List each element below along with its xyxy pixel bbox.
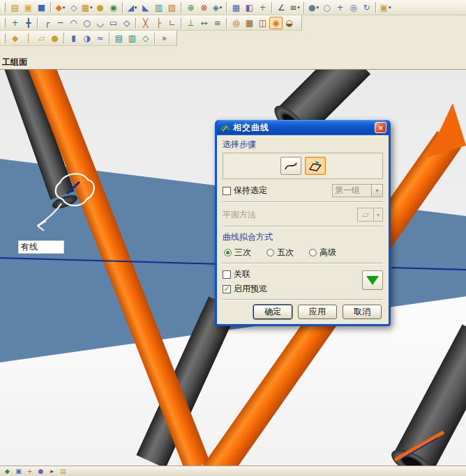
select-second-face-step-button[interactable] (305, 157, 326, 175)
subtract-button[interactable]: ⊗ (197, 1, 211, 14)
more-tools-button[interactable]: » (158, 32, 171, 45)
intersection-curve-left[interactable] (0, 258, 223, 264)
apply-button[interactable]: 应用 (298, 305, 337, 319)
dropdown-caret-icon[interactable]: ▾ (316, 5, 319, 10)
measure-button[interactable]: ∠ (275, 1, 288, 14)
circle-button[interactable]: ○ (80, 17, 93, 29)
profile-button[interactable]: ┌ (40, 17, 54, 29)
make-corner-button[interactable]: ∟ (165, 17, 179, 29)
auto-constrain-button[interactable]: ≡ (211, 17, 224, 29)
dropdown-caret-icon[interactable]: ▾ (135, 5, 137, 10)
plane-method-dropdown[interactable]: ▾ (374, 208, 383, 222)
annotation-label[interactable]: 有线 (19, 241, 63, 253)
radio-option-2[interactable]: 高级 (309, 247, 336, 259)
dialog-titlebar[interactable]: 相交曲线 × (217, 120, 389, 135)
checkbox-icon[interactable] (223, 270, 231, 279)
dropdown-caret-icon[interactable]: ▾ (389, 5, 391, 10)
keep-selected-checkbox[interactable]: 保持选定 (223, 185, 267, 197)
datum-axis-button[interactable]: │ (22, 32, 35, 45)
revolve-button[interactable]: ● (93, 1, 107, 14)
dropdown-caret-icon[interactable]: ▾ (90, 5, 93, 10)
pattern-feature-button[interactable]: ▦ (230, 1, 243, 14)
radio-circle-icon[interactable] (309, 249, 317, 256)
datum-plane-button[interactable]: ◇ (67, 1, 80, 14)
close-button[interactable]: × (375, 122, 386, 133)
arc-button[interactable]: ◠ (67, 17, 80, 29)
sketch-button[interactable]: ◆▾ (54, 1, 67, 14)
hole-button[interactable]: ◉ (107, 1, 120, 14)
group-select[interactable]: 第一组 ▾ (332, 184, 383, 197)
radio-circle-icon[interactable] (224, 249, 232, 256)
taskbar-start-button[interactable]: ◆ (2, 467, 13, 476)
checkbox-icon[interactable] (223, 187, 231, 195)
taskbar-tool-2-button[interactable]: ● (36, 467, 46, 476)
intersect-icon: ◈ (213, 3, 219, 12)
move-object-button[interactable]: + (256, 1, 269, 14)
new-file-button[interactable]: ▤ (8, 1, 22, 14)
dimensions-button[interactable]: ↔ (197, 17, 211, 29)
polygon-button[interactable]: ◇ (120, 17, 133, 29)
save-file-button[interactable]: ■ (35, 1, 48, 14)
project-curve-button[interactable]: ◒ (283, 17, 296, 29)
combo-dropdown-button[interactable]: ▾ (371, 185, 382, 197)
radio-option-0[interactable]: 三次 (224, 247, 251, 259)
checkbox-icon[interactable]: ✓ (223, 285, 231, 293)
mirror-feature-button[interactable]: ◧ (243, 1, 256, 14)
window-button[interactable]: ▣▾ (379, 1, 392, 14)
wireframe-view-button[interactable]: ○ (320, 1, 333, 14)
unite-button[interactable]: ⊕ (184, 1, 197, 14)
cancel-button[interactable]: 取消 (343, 305, 382, 319)
extrude-tool-button[interactable]: ▮ (67, 32, 80, 45)
constraints-button[interactable]: ⊥ (184, 17, 197, 29)
edge-blend-button[interactable]: ◢▾ (126, 1, 139, 14)
enable-preview-checkbox[interactable]: ✓ 启用预览 (223, 283, 267, 295)
radio-circle-icon[interactable] (266, 249, 274, 256)
dropdown-caret-icon[interactable]: ▾ (63, 5, 66, 10)
point-button[interactable]: + (8, 17, 22, 29)
quick-trim-button[interactable]: ╳ (139, 17, 152, 29)
taskbar-doc-button[interactable]: ▣ (13, 467, 24, 476)
datum-plane-tool-button[interactable]: ▱ (35, 32, 48, 45)
ruled-surface-button[interactable]: ▥ (126, 32, 139, 45)
revolve-tool-button[interactable]: ◑ (80, 32, 93, 45)
quick-extend-button[interactable]: ├ (152, 17, 165, 29)
intersect-button[interactable]: ◈▾ (211, 1, 224, 14)
dropdown-caret-icon[interactable]: ▾ (220, 5, 223, 10)
intersection-curve-button[interactable]: ◉ (269, 17, 283, 29)
mirror-curve-button[interactable]: ◫ (256, 17, 269, 29)
select-first-face-step-button[interactable] (280, 157, 301, 175)
datum-csys-button[interactable]: ◆ (8, 32, 22, 45)
taskbar-tool-4-button[interactable]: ▤ (58, 467, 68, 476)
taskbar-tool-1-button[interactable]: + (24, 467, 35, 476)
pan-view-button[interactable]: + (333, 1, 347, 14)
shell-button[interactable]: ▥ (152, 1, 165, 14)
radio-option-1[interactable]: 五次 (266, 247, 294, 259)
dropdown-caret-icon[interactable]: ▾ (297, 5, 300, 10)
pattern-curve-button[interactable]: ▦ (243, 17, 256, 29)
point-set-button[interactable]: ╋ (22, 17, 35, 29)
analysis-button[interactable]: ≡▾ (288, 1, 301, 14)
associate-checkbox[interactable]: 关联 (223, 268, 250, 280)
point-tool-button[interactable]: ● (48, 32, 61, 45)
plane-method-button[interactable]: ▱ (357, 208, 374, 222)
zoom-view-button[interactable]: ◎ (347, 1, 360, 14)
extrude-button[interactable]: ▦▾ (80, 1, 93, 14)
n-sided-surface-button[interactable]: ◇ (139, 32, 152, 45)
rectangle-button[interactable]: ▭ (107, 17, 120, 29)
curve-on-tube-mark (402, 438, 438, 459)
rotate-view-button[interactable]: ↻ (360, 1, 373, 14)
offset-curve-button[interactable]: ◎ (230, 17, 243, 29)
line-button[interactable]: ─ (54, 17, 67, 29)
chamfer-button[interactable]: ◣ (139, 1, 152, 14)
ok-button[interactable]: 确定 (253, 305, 292, 319)
shaded-view-button[interactable]: ●▾ (307, 1, 320, 14)
intersection-curve-mark[interactable] (67, 182, 80, 194)
through-curves-button[interactable]: ▤ (112, 32, 126, 45)
taskbar-tool-3-button[interactable]: ▸ (47, 467, 57, 476)
fillet-button[interactable]: ◡ (93, 17, 107, 29)
intersection-curve-right[interactable] (391, 268, 466, 270)
open-file-button[interactable]: ▣ (22, 1, 35, 14)
trim-body-button[interactable]: ▧ (165, 1, 179, 14)
show-result-button[interactable] (362, 270, 383, 290)
sweep-button[interactable]: ≈ (93, 32, 107, 45)
